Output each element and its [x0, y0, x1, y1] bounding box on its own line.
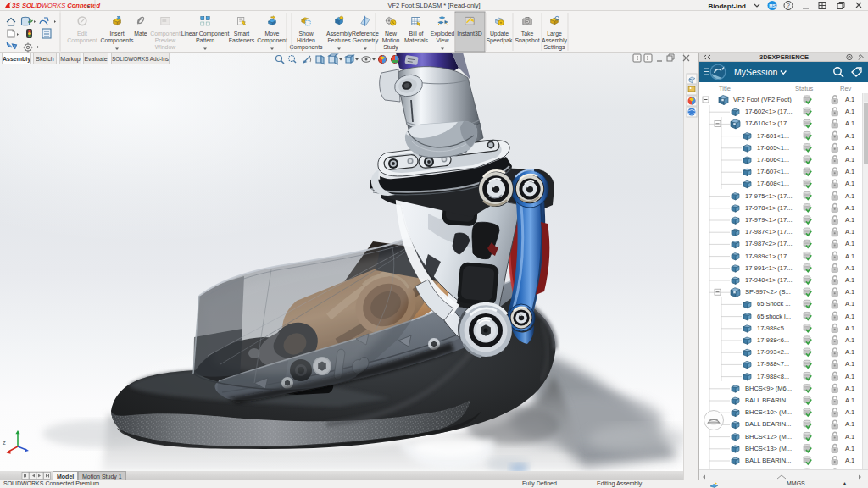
svg-text:17-608<1...: 17-608<1... [757, 180, 789, 187]
svg-text:17-988<8...: 17-988<8... [757, 373, 789, 380]
svg-text:BHCS<12> (M...: BHCS<12> (M... [745, 433, 792, 441]
svg-text:New: New [385, 30, 397, 36]
svg-text:Components: Components [289, 44, 323, 51]
svg-text:BHCS<10> (M...: BHCS<10> (M... [745, 408, 792, 416]
svg-text:17-605<1...: 17-605<1... [757, 144, 789, 152]
svg-text:A.1: A.1 [845, 240, 854, 247]
svg-text:17-988<5...: 17-988<5... [757, 324, 789, 332]
svg-text:65 Shock ...: 65 Shock ... [757, 300, 791, 308]
svg-text:A.1: A.1 [845, 168, 854, 175]
svg-text:Edit: Edit [77, 30, 87, 36]
svg-text:A.1: A.1 [845, 420, 854, 428]
svg-text:A.1: A.1 [845, 96, 854, 103]
svg-text:A.1: A.1 [845, 408, 854, 416]
svg-text:Assembly: Assembly [326, 30, 352, 37]
svg-text:Take: Take [521, 30, 534, 36]
svg-text:View: View [437, 37, 449, 43]
svg-text:A.1: A.1 [845, 228, 854, 236]
svg-text:17-988<6...: 17-988<6... [757, 336, 789, 344]
svg-text:17-993<2...: 17-993<2... [757, 348, 789, 356]
svg-text:A.1: A.1 [845, 313, 854, 320]
svg-text:A.1: A.1 [845, 336, 854, 344]
svg-text:Component: Component [67, 37, 97, 44]
svg-text:A.1: A.1 [845, 396, 854, 404]
svg-text:A.1: A.1 [845, 144, 854, 152]
svg-text:A.1: A.1 [845, 324, 854, 332]
svg-text:Z: Z [3, 441, 6, 446]
svg-text:A.1: A.1 [845, 156, 854, 164]
svg-text:VF2 Foot (VF2 Foot): VF2 Foot (VF2 Foot) [733, 96, 792, 103]
svg-text:17-978<1> (17...: 17-978<1> (17... [745, 204, 792, 212]
svg-text:A.1: A.1 [845, 264, 854, 272]
svg-text:Show: Show [298, 30, 313, 36]
svg-text:Reference: Reference [352, 30, 379, 36]
svg-text:A.1: A.1 [845, 192, 854, 200]
svg-text:Components: Components [100, 37, 134, 44]
svg-text:Mate: Mate [134, 30, 147, 36]
svg-text:17-988<7...: 17-988<7... [757, 360, 789, 368]
svg-text:?: ? [787, 3, 790, 8]
svg-text:Move: Move [265, 30, 280, 36]
svg-text:A.1: A.1 [845, 180, 854, 187]
svg-text:Linear Component: Linear Component [181, 30, 230, 37]
svg-text:Large: Large [547, 30, 562, 37]
svg-text:Bill of: Bill of [409, 30, 424, 36]
svg-text:Instant3D: Instant3D [457, 30, 482, 36]
svg-text:Component: Component [257, 37, 287, 44]
svg-text:BALL BEARIN...: BALL BEARIN... [745, 396, 791, 404]
svg-text:17-989<1> (17...: 17-989<1> (17... [745, 252, 792, 260]
svg-text:17-987<1> (17...: 17-987<1> (17... [745, 228, 792, 236]
svg-text:Features: Features [327, 37, 351, 43]
svg-text:A.1: A.1 [845, 276, 854, 284]
svg-text:Pattern: Pattern [196, 37, 214, 43]
svg-text:BHCS<13> (M...: BHCS<13> (M... [745, 445, 792, 452]
svg-text:Materials: Materials [404, 37, 429, 43]
svg-text:A.1: A.1 [845, 385, 854, 392]
svg-text:17-979<1> (17...: 17-979<1> (17... [745, 216, 792, 224]
svg-text:A.1: A.1 [845, 216, 854, 224]
svg-text:17-606<1...: 17-606<1... [757, 156, 789, 164]
svg-text:Component: Component [150, 30, 181, 37]
svg-text:MySession: MySession [734, 67, 778, 77]
svg-text:Smart: Smart [234, 30, 249, 36]
svg-text:A.1: A.1 [845, 360, 854, 368]
svg-text:Insert: Insert [109, 30, 124, 36]
svg-text:65 shock l...: 65 shock l... [757, 313, 791, 320]
svg-text:A.1: A.1 [845, 132, 854, 140]
svg-text:BHCS<9> (M6...: BHCS<9> (M6... [745, 385, 792, 392]
svg-text:Geometry: Geometry [353, 37, 379, 44]
svg-text:Fasteners: Fasteners [229, 37, 255, 43]
svg-text:17-610<1> (17...: 17-610<1> (17... [745, 119, 792, 127]
svg-text:A.1: A.1 [845, 252, 854, 260]
svg-text:17-975<1> (17...: 17-975<1> (17... [745, 192, 792, 200]
svg-text:A.1: A.1 [845, 108, 854, 115]
svg-text:Motion: Motion [382, 37, 400, 43]
svg-text:Exploded: Exploded [431, 30, 455, 37]
svg-text:Hidden: Hidden [297, 37, 315, 43]
svg-text:Biodapt-ind: Biodapt-ind [709, 3, 747, 10]
svg-text:17-607<1...: 17-607<1... [757, 168, 789, 175]
svg-text:A.1: A.1 [845, 300, 854, 308]
svg-text:3S: 3S [12, 2, 20, 9]
svg-text:Window: Window [155, 44, 176, 50]
svg-text:Speedpak: Speedpak [486, 37, 513, 44]
svg-text:17-991<1> (17...: 17-991<1> (17... [745, 264, 792, 272]
svg-text:Settings: Settings [544, 44, 565, 51]
svg-text:▸: ▸ [87, 3, 90, 8]
svg-text:BALL BEARIN...: BALL BEARIN... [745, 457, 791, 464]
svg-text:17-987<2> (17...: 17-987<2> (17... [745, 240, 792, 247]
svg-text:VF2 Foot.SLDASM * [Read-only]: VF2 Foot.SLDASM * [Read-only] [387, 2, 480, 9]
svg-text:Preview: Preview [155, 37, 176, 43]
svg-text:BALL BEARIN...: BALL BEARIN... [745, 420, 791, 428]
svg-text:A.1: A.1 [845, 348, 854, 356]
svg-text:Update: Update [490, 30, 509, 37]
svg-text:Study: Study [383, 44, 398, 51]
svg-text:A.1: A.1 [845, 204, 854, 212]
svg-text:17-940<1> (17...: 17-940<1> (17... [745, 276, 792, 284]
svg-text:Assembly: Assembly [542, 37, 567, 44]
svg-text:A.1: A.1 [845, 119, 854, 127]
svg-text:17-602<1> (17...: 17-602<1> (17... [745, 108, 792, 115]
svg-text:MS: MS [769, 3, 776, 8]
svg-text:SP-997<2> (S...: SP-997<2> (S... [745, 288, 791, 296]
svg-text:A.1: A.1 [845, 445, 854, 452]
